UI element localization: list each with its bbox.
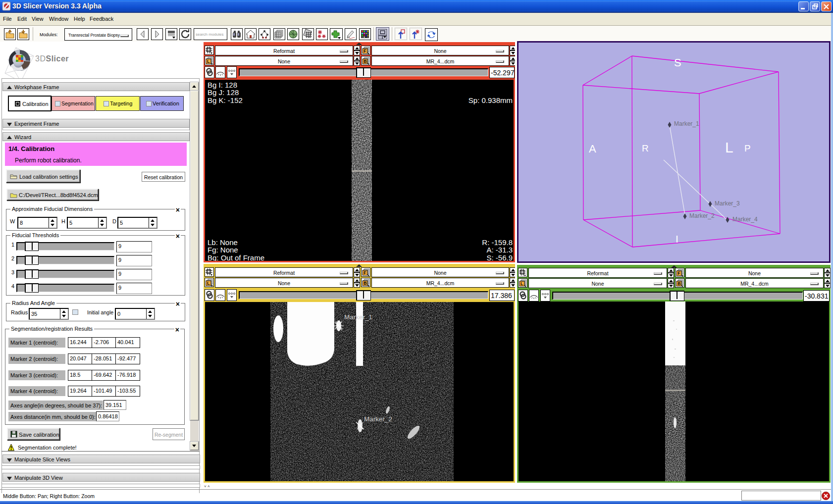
svg-text:L: L xyxy=(207,281,210,286)
svg-text:A: A xyxy=(589,143,596,155)
svg-text:L: L xyxy=(207,59,210,64)
svg-text:Marker_4: Marker_4 xyxy=(732,216,758,223)
svg-text:Marker_1: Marker_1 xyxy=(344,313,372,321)
svg-text:F: F xyxy=(364,49,366,53)
svg-text:Marker_1: Marker_1 xyxy=(674,120,699,127)
svg-text:S: S xyxy=(674,56,681,69)
svg-text:L: L xyxy=(725,139,733,155)
svg-text:I: I xyxy=(676,233,678,245)
svg-text:B: B xyxy=(364,59,367,64)
svg-text:R: R xyxy=(642,143,649,153)
svg-text:B: B xyxy=(677,281,681,286)
svg-text:Marker_3: Marker_3 xyxy=(715,200,740,207)
svg-text:F: F xyxy=(364,270,366,275)
svg-text:Marker_2: Marker_2 xyxy=(689,212,715,219)
svg-text:L: L xyxy=(521,281,523,286)
svg-text:P: P xyxy=(744,143,751,153)
svg-text:Marker_2: Marker_2 xyxy=(364,415,392,423)
svg-text:F: F xyxy=(677,271,680,276)
svg-text:B: B xyxy=(364,281,367,286)
